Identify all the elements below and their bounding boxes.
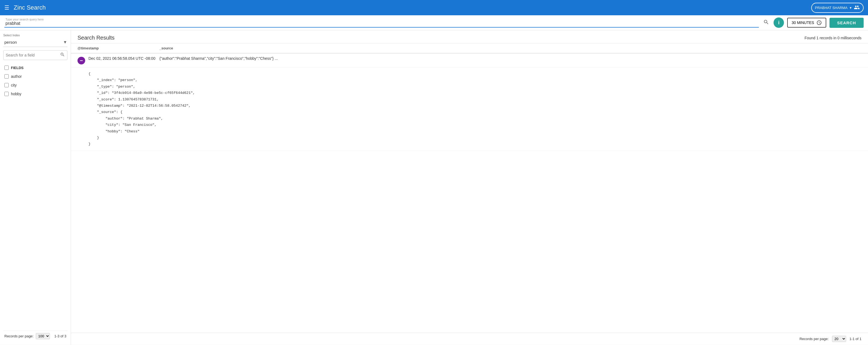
fields-header: FIELDS bbox=[3, 63, 67, 72]
col-timestamp-header: @timestamp bbox=[78, 46, 159, 50]
records-per-page-label: Records per page: bbox=[4, 334, 34, 338]
footer-pagination: 1-1 of 1 bbox=[849, 337, 862, 341]
time-range-label: 30 MINUTES bbox=[792, 21, 814, 25]
field-item-hobby[interactable]: hobby bbox=[3, 90, 67, 98]
index-value: person bbox=[4, 40, 17, 44]
info-button[interactable]: i bbox=[774, 18, 784, 28]
field-search-input[interactable] bbox=[6, 53, 58, 57]
result-source: {"author":"Prabhat Sharma","city":"San F… bbox=[159, 56, 862, 61]
app-title: Zinc Search bbox=[14, 4, 807, 11]
col-source-header: _source bbox=[159, 46, 862, 50]
field-label-city: city bbox=[11, 83, 17, 87]
search-icon[interactable] bbox=[762, 18, 770, 28]
sidebar-footer: Records per page: 100 20 50 1-3 of 3 bbox=[3, 331, 67, 341]
field-checkbox-author[interactable] bbox=[4, 74, 9, 79]
index-select[interactable]: person ▾ bbox=[3, 37, 67, 47]
sidebar: Select Index person ▾ FIELDS author bbox=[0, 30, 71, 345]
chevron-down-icon: ▾ bbox=[850, 6, 851, 10]
results-header: Search Results Found 1 records in 0 mill… bbox=[71, 30, 868, 43]
search-bar-container: Type your search query here i 30 MINUTES… bbox=[0, 15, 868, 30]
result-detail: { "_index": "person", "_type": "person",… bbox=[71, 67, 868, 151]
results-table: @timestamp _source − Dec 02, 2021 06:56:… bbox=[71, 43, 868, 333]
user-menu[interactable]: PRABHAT SHARMA ▾ bbox=[811, 3, 864, 13]
table-header-row: @timestamp _source bbox=[71, 43, 868, 54]
row-indicator: − bbox=[78, 57, 85, 64]
results-count: Found 1 records in 0 milliseconds bbox=[804, 36, 862, 40]
field-search-icon bbox=[60, 52, 65, 58]
chevron-down-icon: ▾ bbox=[64, 39, 66, 45]
sidebar-pagination: 1-3 of 3 bbox=[54, 334, 66, 338]
field-checkbox-city[interactable] bbox=[4, 83, 9, 87]
app-header: ☰ Zinc Search PRABHAT SHARMA ▾ bbox=[0, 0, 868, 15]
field-label-author: author bbox=[11, 74, 22, 79]
search-button[interactable]: SEARCH bbox=[830, 18, 864, 28]
user-name: PRABHAT SHARMA bbox=[815, 6, 847, 10]
field-item-author[interactable]: author bbox=[3, 72, 67, 81]
records-per-page-select[interactable]: 100 20 50 bbox=[36, 333, 50, 339]
footer-rpp-label: Records per page: bbox=[800, 337, 829, 341]
result-timestamp: Dec 02, 2021 06:56:58.054 UTC -08:00 bbox=[88, 56, 159, 61]
index-select-wrapper: Select Index person ▾ bbox=[3, 34, 67, 47]
field-checkbox-hobby[interactable] bbox=[4, 92, 9, 96]
fields-list: FIELDS author city hobby bbox=[3, 63, 67, 98]
table-footer: Records per page: 20 50 100 1-1 of 1 bbox=[71, 333, 868, 345]
search-input[interactable] bbox=[5, 21, 759, 26]
fields-all-checkbox[interactable] bbox=[4, 65, 9, 70]
search-input-wrapper: Type your search query here bbox=[4, 18, 759, 28]
field-label-hobby: hobby bbox=[11, 92, 21, 96]
main-content: Search Results Found 1 records in 0 mill… bbox=[71, 30, 868, 345]
menu-icon[interactable]: ☰ bbox=[4, 5, 9, 10]
fields-header-label: FIELDS bbox=[11, 66, 24, 70]
footer-rpp-select[interactable]: 20 50 100 bbox=[832, 336, 846, 342]
index-select-label: Select Index bbox=[3, 34, 67, 37]
search-input-label: Type your search query here bbox=[5, 18, 759, 21]
main-layout: Select Index person ▾ FIELDS author bbox=[0, 30, 868, 345]
field-search-wrapper bbox=[3, 50, 67, 60]
field-item-city[interactable]: city bbox=[3, 81, 67, 90]
results-title: Search Results bbox=[78, 35, 115, 41]
user-icon bbox=[854, 4, 860, 11]
table-row[interactable]: − Dec 02, 2021 06:56:58.054 UTC -08:00 {… bbox=[71, 54, 868, 67]
time-range-button[interactable]: 30 MINUTES bbox=[787, 18, 826, 28]
